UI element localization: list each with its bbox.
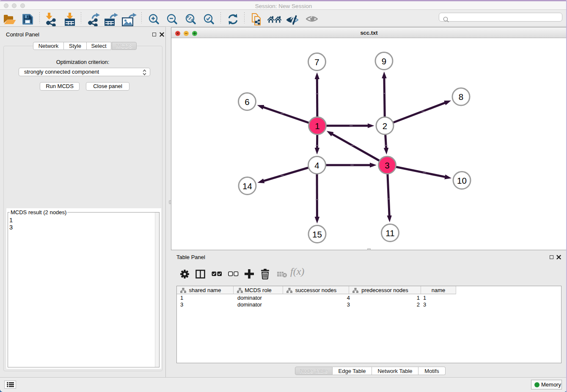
svg-text:2: 2 <box>383 121 387 131</box>
svg-text:10: 10 <box>457 176 467 185</box>
svg-text:15: 15 <box>312 229 322 239</box>
svg-text:9: 9 <box>382 56 386 66</box>
svg-text:14: 14 <box>242 181 252 191</box>
svg-text:1: 1 <box>315 121 319 131</box>
svg-text:6: 6 <box>245 97 249 107</box>
svg-text:7: 7 <box>314 57 319 67</box>
svg-text:4: 4 <box>314 160 319 170</box>
svg-text:11: 11 <box>385 228 394 238</box>
svg-text:3: 3 <box>385 160 389 170</box>
svg-text:8: 8 <box>459 92 463 102</box>
